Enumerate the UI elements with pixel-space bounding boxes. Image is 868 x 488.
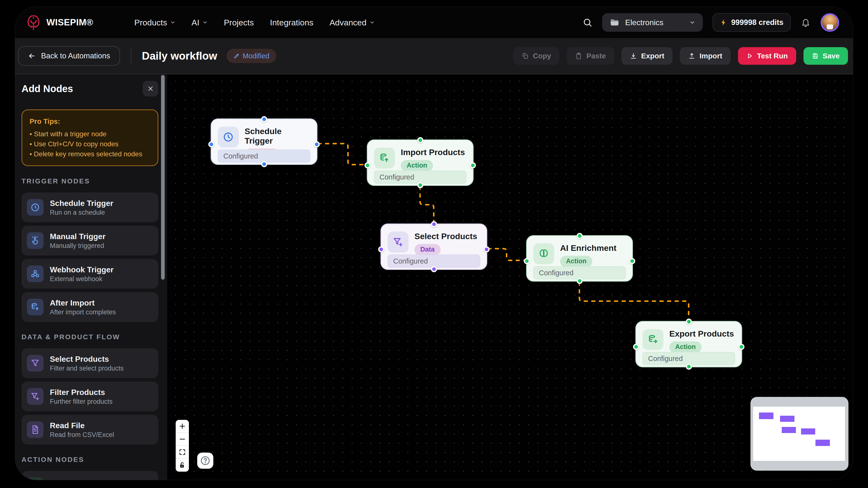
workflow-canvas[interactable]: Schedule Trigger Trigger Configured (167, 74, 853, 480)
pro-tips-box: Pro Tips: Start with a trigger node Use … (22, 109, 158, 166)
connection-handle[interactable] (431, 221, 437, 227)
back-button[interactable]: Back to Automations (18, 46, 120, 66)
help-button[interactable] (197, 453, 213, 469)
minimap[interactable] (750, 397, 848, 471)
node-status: Configured (643, 352, 735, 365)
connection-handle[interactable] (378, 247, 384, 253)
close-panel-button[interactable] (143, 81, 158, 96)
workflow-title: Daily workflow (142, 50, 217, 62)
connection-handle[interactable] (261, 161, 267, 167)
sidebar-item-schedule-trigger[interactable]: Schedule Trigger Run on a schedule (22, 192, 158, 222)
connection-handle[interactable] (209, 141, 215, 148)
save-icon (812, 53, 819, 59)
play-icon (746, 53, 753, 59)
top-nav: WISEPIM® Products AI Projects Integratio… (15, 7, 853, 38)
sidebar-item-after-import[interactable]: After Import After import completes (22, 292, 158, 322)
upload-icon (688, 52, 695, 60)
brand[interactable]: WISEPIM® (25, 14, 93, 31)
section-heading-data-flow: DATA & PRODUCT FLOW (22, 333, 158, 341)
connection-handle[interactable] (431, 266, 437, 272)
workspace-select[interactable]: Electronics (602, 13, 703, 32)
zoom-in-button[interactable] (176, 420, 189, 433)
fit-view-icon (179, 449, 186, 456)
pro-tip: Start with a trigger node (30, 129, 150, 139)
connection-handle[interactable] (470, 162, 476, 168)
lock-button[interactable] (176, 459, 189, 471)
workspace-label: Electronics (625, 18, 663, 27)
copy-button[interactable]: Copy (513, 47, 559, 65)
webhook-icon (27, 265, 43, 282)
tap-icon (27, 232, 43, 249)
connection-handle[interactable] (417, 182, 423, 188)
paste-button[interactable]: Paste (567, 47, 614, 65)
node-import-products[interactable]: Import Products Action Configured (367, 139, 473, 186)
connection-handle[interactable] (365, 162, 371, 168)
node-type-badge: Action (560, 256, 592, 267)
node-export-products[interactable]: Export Products Action Configured (636, 321, 742, 367)
zoom-controls (176, 420, 189, 471)
plus-icon (178, 422, 186, 430)
pro-tip: Delete key removes selected nodes (30, 149, 150, 159)
node-type-badge: Action (669, 341, 702, 353)
credits-badge[interactable]: 999998 credits (713, 13, 791, 32)
connection-handle[interactable] (524, 258, 530, 264)
zoom-out-button[interactable] (176, 433, 189, 446)
minimap-node (815, 440, 830, 446)
sidebar-item-select-products[interactable]: Select Products Filter and select produc… (22, 348, 158, 378)
nav-item-ai[interactable]: AI (192, 18, 208, 27)
connection-handle[interactable] (629, 258, 636, 264)
save-button[interactable]: Save (804, 47, 848, 65)
connection-handle[interactable] (261, 116, 267, 122)
sidebar-item-import-products[interactable]: Import Products (22, 471, 158, 480)
close-icon (147, 85, 154, 92)
sidebar-item-read-file[interactable]: Read File Read from CSV/Excel (22, 415, 158, 445)
connection-handle[interactable] (633, 344, 639, 350)
node-status: Configured (533, 266, 626, 280)
clipboard-icon (575, 52, 582, 60)
database-up-icon (27, 478, 43, 480)
connection-handle[interactable] (577, 233, 583, 239)
download-icon (630, 52, 637, 60)
brain-icon (533, 243, 554, 264)
connection-handle[interactable] (484, 247, 490, 253)
node-select-products[interactable]: Select Products Data Configured (380, 224, 487, 270)
sidebar-item-webhook-trigger[interactable]: Webhook Trigger External webhook (22, 259, 158, 289)
node-ai-enrichment[interactable]: AI Enrichment Action Configured (526, 235, 633, 282)
sidebar-item-manual-trigger[interactable]: Manual Trigger Manually triggered (22, 226, 158, 256)
pro-tip: Use Ctrl+C/V to copy nodes (30, 139, 150, 149)
fit-view-button[interactable] (176, 446, 189, 459)
export-button[interactable]: Export (621, 47, 673, 65)
nav-item-integrations[interactable]: Integrations (270, 18, 313, 27)
connection-handle[interactable] (686, 364, 692, 370)
search-icon[interactable] (583, 18, 592, 27)
credits-label: 999998 credits (731, 18, 783, 27)
avatar[interactable] (820, 13, 839, 32)
nav-item-products[interactable]: Products (134, 18, 176, 27)
funnel-plus-icon (388, 232, 409, 253)
connection-handle[interactable] (577, 278, 583, 284)
funnel-icon (27, 355, 43, 371)
test-run-button[interactable]: Test Run (738, 47, 796, 65)
lightning-icon (720, 19, 727, 26)
nav-menu: Products AI Projects Integrations Advanc… (134, 18, 375, 27)
nav-item-projects[interactable]: Projects (224, 18, 254, 27)
node-schedule-trigger[interactable]: Schedule Trigger Trigger Configured (211, 119, 317, 165)
question-icon (200, 455, 211, 466)
connection-handle[interactable] (314, 141, 320, 148)
sidebar-item-filter-products[interactable]: Filter Products Further filter products (22, 382, 158, 411)
connection-handle[interactable] (686, 319, 692, 325)
nav-item-advanced[interactable]: Advanced (330, 18, 375, 27)
connection-handle[interactable] (417, 137, 423, 143)
add-nodes-panel: Add Nodes Pro Tips: Start with a trigger… (15, 74, 167, 480)
node-type-badge: Data (414, 244, 441, 256)
import-button[interactable]: Import (680, 47, 731, 65)
connection-handle[interactable] (739, 344, 745, 350)
sidebar-scrollbar[interactable] (161, 75, 165, 280)
bell-icon[interactable] (801, 17, 811, 28)
funnel-plus-icon (27, 388, 43, 405)
chevron-down-icon (370, 20, 375, 25)
minimap-node (780, 416, 795, 422)
minus-icon (178, 435, 186, 443)
database-up-icon (374, 148, 395, 168)
node-status: Configured (374, 170, 466, 184)
